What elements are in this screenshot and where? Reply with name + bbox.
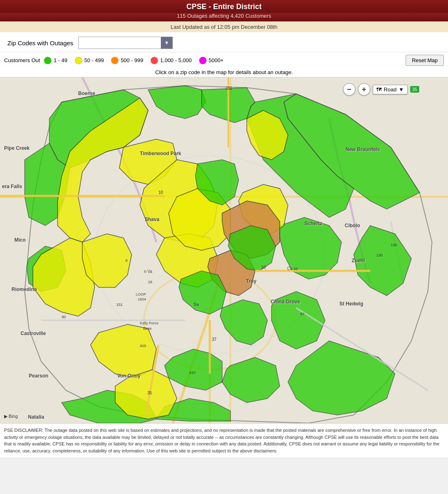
last-updated: Last Updated as of 12:05 pm December 08t…: [171, 24, 277, 30]
svg-text:410: 410: [140, 344, 146, 348]
zip-codes-label: Zip Codes with Outages: [7, 40, 73, 47]
legend-item-50-499: 50 - 499: [75, 57, 104, 64]
outage-overlay: 10 281 35 410 410 10 37 87 90 16 151 Kel…: [0, 77, 448, 423]
bing-logo: ▶ Bing: [4, 414, 18, 419]
zip-dropdown-arrow-icon[interactable]: ▼: [161, 37, 172, 49]
outage-count: 115 Outages affecting 4,420 Customers: [177, 13, 272, 19]
svg-text:90: 90: [62, 315, 66, 319]
map-controls: − + 🗺 Road ▼ 35: [343, 83, 419, 96]
legend-row: Customers Out 1 - 49 50 - 499 500 - 999 …: [0, 52, 448, 68]
svg-text:Sa: Sa: [193, 302, 199, 307]
map-type-dropdown[interactable]: 🗺 Road ▼: [373, 85, 408, 94]
svg-text:37: 37: [212, 337, 217, 342]
subtitle-bar: 115 Outages affecting 4,420 Customers: [0, 13, 448, 21]
svg-text:10: 10: [261, 265, 266, 270]
instruction-text: Click on a zip code in the map for detai…: [155, 69, 293, 75]
legend-item-500-999: 500 - 999: [111, 57, 143, 64]
zoom-out-button[interactable]: −: [343, 83, 355, 96]
zoom-in-button[interactable]: +: [358, 83, 370, 96]
svg-text:35: 35: [147, 391, 152, 395]
legend-item-1-49: 1 - 49: [44, 57, 67, 64]
svg-text:LOOP: LOOP: [136, 292, 146, 296]
disclaimer-text: PSE DISCLAIMER: The outage data posted o…: [4, 428, 439, 453]
svg-text:151: 151: [116, 303, 123, 307]
svg-text:Co    se: Co se: [287, 266, 298, 271]
legend-range-4: 1,000 - 5,000: [160, 57, 192, 63]
legend-range-5: 5000+: [209, 57, 224, 63]
map-type-icon: 🗺: [376, 86, 382, 93]
legend-dot-yellow: [75, 57, 82, 64]
disclaimer-section: PSE DISCLAIMER: The outage data posted o…: [0, 423, 448, 457]
map-type-label: Road: [384, 86, 397, 93]
legend-item-5000plus: 5000+: [199, 57, 224, 64]
legend-dot-magenta: [199, 57, 207, 64]
zip-dropdown-input[interactable]: [79, 37, 161, 49]
reset-map-button[interactable]: Reset Map: [406, 55, 444, 66]
svg-text:Base: Base: [143, 326, 152, 331]
svg-text:410: 410: [189, 370, 195, 375]
legend-range-1: 1 - 49: [53, 57, 67, 63]
svg-text:16: 16: [148, 280, 152, 284]
instruction-row: Click on a zip code in the map for detai…: [0, 68, 448, 77]
svg-text:130: 130: [391, 243, 397, 247]
page-title: CPSE - Entire District: [186, 2, 262, 11]
highway-35-badge: 35: [410, 86, 419, 93]
svg-text:1604: 1604: [138, 297, 146, 301]
map-type-arrow: ▼: [399, 86, 404, 93]
svg-text:10: 10: [158, 190, 163, 195]
svg-text:n Va: n Va: [144, 269, 152, 274]
legend-range-3: 500 - 999: [121, 57, 143, 63]
svg-text:8: 8: [125, 259, 128, 263]
title-bar: CPSE - Entire District: [0, 0, 448, 13]
header-section: CPSE - Entire District 115 Outages affec…: [0, 0, 448, 34]
customers-out-label: Customers Out: [4, 57, 40, 63]
svg-text:130: 130: [376, 253, 383, 257]
legend-item-1000-5000: 1,000 - 5,000: [151, 57, 192, 64]
legend-dot-green: [44, 57, 51, 64]
svg-text:281: 281: [225, 86, 232, 91]
svg-text:87: 87: [300, 312, 304, 316]
legend-range-2: 50 - 499: [84, 57, 104, 63]
zip-dropdown-wrapper[interactable]: ▼: [78, 37, 173, 49]
legend-dot-orange: [111, 57, 118, 64]
map-container[interactable]: 10 281 35 410 410 10 37 87 90 16 151 Kel…: [0, 77, 448, 423]
update-bar: Last Updated as of 12:05 pm December 08t…: [0, 21, 448, 32]
legend-dot-red: [151, 57, 158, 64]
svg-text:Kelly Force: Kelly Force: [140, 321, 158, 325]
